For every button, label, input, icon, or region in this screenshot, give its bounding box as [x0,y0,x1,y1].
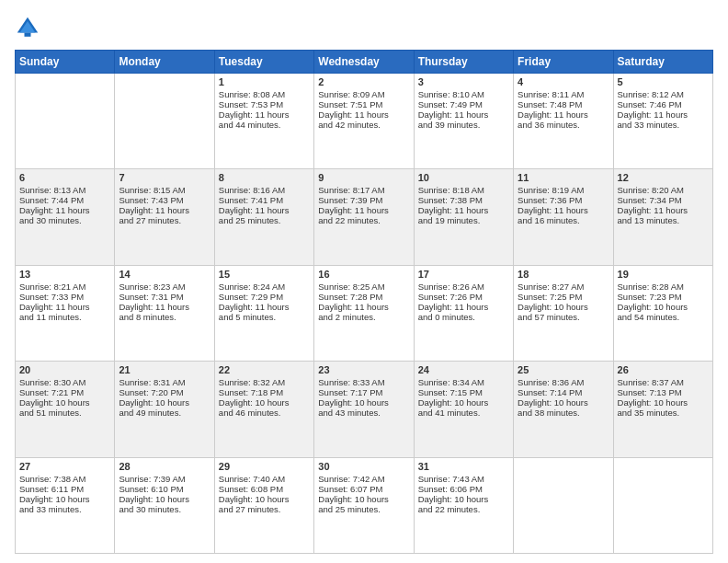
day-info-line: Sunrise: 8:33 AM [318,377,409,387]
day-info-line: Sunset: 7:39 PM [318,195,409,205]
day-info-line: and 8 minutes. [119,312,210,322]
calendar-week-4: 20Sunrise: 8:30 AMSunset: 7:21 PMDayligh… [16,362,713,457]
calendar-cell: 30Sunrise: 7:42 AMSunset: 6:07 PMDayligh… [314,457,414,553]
day-info-line: and 54 minutes. [618,312,709,322]
day-info-line: Sunrise: 7:40 AM [219,474,310,484]
day-info-line: Sunrise: 8:20 AM [618,185,709,195]
day-number: 21 [119,364,210,375]
day-info-line: Sunrise: 8:17 AM [318,185,409,195]
day-info-line: Daylight: 10 hours [19,397,110,408]
day-info-line: Sunset: 7:28 PM [318,292,409,302]
day-info-line: Sunrise: 8:37 AM [618,377,709,387]
calendar-cell: 26Sunrise: 8:37 AMSunset: 7:13 PMDayligh… [613,362,712,457]
day-info-line: Sunset: 7:17 PM [318,387,409,397]
day-number: 30 [318,461,409,472]
calendar-cell: 21Sunrise: 8:31 AMSunset: 7:20 PMDayligh… [115,362,214,457]
day-info-line: Sunset: 7:31 PM [119,292,210,302]
day-number: 23 [318,364,409,375]
day-info-line: and 27 minutes. [219,504,310,514]
day-info-line: Sunrise: 8:36 AM [518,377,609,387]
calendar-cell: 10Sunrise: 8:18 AMSunset: 7:38 PMDayligh… [414,169,513,265]
day-info-line: Sunset: 7:29 PM [219,292,310,302]
col-header-thursday: Thursday [414,51,513,74]
calendar-cell [514,457,613,553]
day-info-line: Sunset: 7:13 PM [618,387,709,397]
day-info-line: Daylight: 10 hours [518,397,609,408]
day-info-line: and 0 minutes. [418,312,509,322]
day-number: 5 [618,76,709,87]
day-info-line: and 44 minutes. [219,120,310,130]
day-number: 15 [219,269,310,280]
day-number: 19 [618,269,709,280]
day-info-line: Sunrise: 8:12 AM [618,89,709,99]
day-info-line: Daylight: 10 hours [618,397,709,408]
day-info-line: and 43 minutes. [318,408,409,418]
day-info-line: Sunset: 7:51 PM [318,99,409,109]
logo-icon [15,15,40,40]
day-info-line: Sunset: 7:14 PM [518,387,609,397]
header [15,15,713,40]
day-info-line: Daylight: 11 hours [219,205,310,215]
calendar-cell: 8Sunrise: 8:16 AMSunset: 7:41 PMDaylight… [214,169,313,265]
day-info-line: and 19 minutes. [418,215,509,225]
day-info-line: Sunrise: 8:25 AM [318,282,409,292]
day-number: 28 [119,461,210,472]
calendar-cell: 3Sunrise: 8:10 AMSunset: 7:49 PMDaylight… [414,74,513,169]
day-info-line: and 57 minutes. [518,312,609,322]
day-info-line: Daylight: 11 hours [19,302,110,312]
day-number: 24 [418,364,509,375]
day-info-line: Daylight: 11 hours [618,109,709,120]
day-number: 1 [219,76,310,87]
day-info-line: Sunrise: 8:09 AM [318,89,409,99]
day-info-line: and 2 minutes. [318,312,409,322]
day-info-line: Sunrise: 8:19 AM [518,185,609,195]
day-number: 12 [618,172,709,183]
calendar-cell: 2Sunrise: 8:09 AMSunset: 7:51 PMDaylight… [314,74,414,169]
day-info-line: Sunrise: 7:43 AM [418,474,509,484]
day-number: 14 [119,269,210,280]
day-info-line: and 33 minutes. [618,120,709,130]
day-number: 16 [318,269,409,280]
day-info-line: Daylight: 11 hours [219,109,310,120]
col-header-sunday: Sunday [16,51,115,74]
calendar-header-row: SundayMondayTuesdayWednesdayThursdayFrid… [16,51,713,74]
day-info-line: Sunrise: 8:26 AM [418,282,509,292]
day-number: 20 [19,364,110,375]
day-info-line: Sunrise: 8:24 AM [219,282,310,292]
day-info-line: Daylight: 11 hours [418,205,509,215]
day-info-line: and 13 minutes. [618,215,709,225]
calendar-cell: 19Sunrise: 8:28 AMSunset: 7:23 PMDayligh… [613,265,712,361]
calendar-cell: 18Sunrise: 8:27 AMSunset: 7:25 PMDayligh… [514,265,613,361]
day-info-line: and 22 minutes. [318,215,409,225]
day-info-line: Sunrise: 8:08 AM [219,89,310,99]
day-info-line: Sunrise: 8:16 AM [219,185,310,195]
day-number: 10 [418,172,509,183]
day-info-line: Daylight: 10 hours [318,494,409,504]
day-info-line: Daylight: 11 hours [618,205,709,215]
day-info-line: Sunrise: 8:15 AM [119,185,210,195]
day-number: 22 [219,364,310,375]
day-info-line: and 22 minutes. [418,504,509,514]
calendar-cell: 28Sunrise: 7:39 AMSunset: 6:10 PMDayligh… [115,457,214,553]
day-info-line: Sunset: 7:33 PM [19,292,110,302]
day-info-line: and 39 minutes. [418,120,509,130]
day-info-line: and 46 minutes. [219,408,310,418]
day-number: 11 [518,172,609,183]
day-info-line: Daylight: 11 hours [518,205,609,215]
day-info-line: Sunset: 7:25 PM [518,292,609,302]
calendar-cell: 6Sunrise: 8:13 AMSunset: 7:44 PMDaylight… [16,169,115,265]
day-info-line: Sunrise: 8:31 AM [119,377,210,387]
svg-rect-2 [25,33,31,37]
day-info-line: and 11 minutes. [19,312,110,322]
page: SundayMondayTuesdayWednesdayThursdayFrid… [0,0,728,563]
day-number: 27 [19,461,110,472]
day-info-line: Daylight: 11 hours [19,205,110,215]
day-info-line: Sunrise: 8:32 AM [219,377,310,387]
day-number: 31 [418,461,509,472]
day-info-line: Sunrise: 8:27 AM [518,282,609,292]
day-number: 17 [418,269,509,280]
day-number: 2 [318,76,409,87]
calendar-cell: 22Sunrise: 8:32 AMSunset: 7:18 PMDayligh… [214,362,313,457]
logo [15,15,44,40]
day-info-line: Sunrise: 8:18 AM [418,185,509,195]
